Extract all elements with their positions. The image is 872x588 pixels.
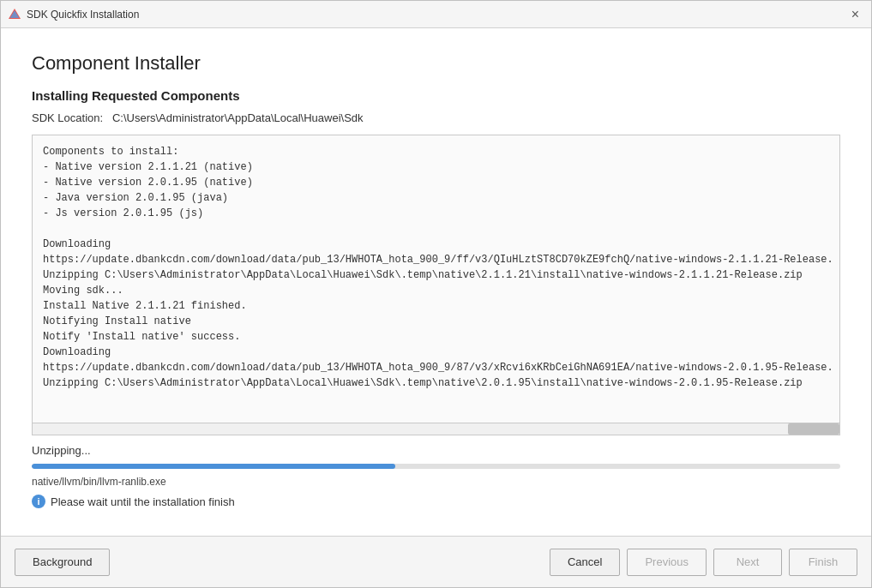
background-button[interactable]: Background — [15, 549, 110, 576]
current-file: native/llvm/bin/llvm-ranlib.exe — [32, 476, 840, 488]
status-unzipping: Unzipping... — [32, 442, 840, 459]
main-title: Component Installer — [32, 52, 840, 75]
sdk-location: SDK Location: C:\Users\Administrator\App… — [32, 111, 840, 124]
progress-bar-container — [32, 464, 840, 469]
previous-button[interactable]: Previous — [627, 549, 707, 576]
svg-marker-1 — [10, 10, 20, 18]
footer-right: Cancel Previous Next Finish — [550, 549, 857, 576]
info-line: i Please wait until the installation fin… — [32, 495, 840, 508]
horizontal-scrollbar[interactable] — [32, 423, 840, 435]
sdk-location-value: C:\Users\Administrator\AppData\Local\Hua… — [112, 111, 364, 124]
title-bar-left: SDK Quickfix Installation — [8, 8, 139, 21]
info-message: Please wait until the installation finis… — [51, 495, 235, 508]
info-icon: i — [32, 495, 45, 508]
main-content: Component Installer Installing Requested… — [1, 28, 871, 536]
finish-button[interactable]: Finish — [789, 549, 857, 576]
main-window: SDK Quickfix Installation × Component In… — [0, 0, 872, 588]
title-bar: SDK Quickfix Installation × — [1, 1, 871, 28]
log-output[interactable]: Components to install: - Native version … — [32, 135, 840, 423]
progress-bar-fill — [32, 464, 395, 469]
app-icon — [8, 8, 21, 21]
window-title: SDK Quickfix Installation — [27, 9, 139, 21]
footer-left: Background — [15, 549, 110, 576]
section-title: Installing Requested Components — [32, 88, 840, 103]
next-button[interactable]: Next — [713, 549, 782, 576]
cancel-button[interactable]: Cancel — [550, 549, 620, 576]
sdk-location-label: SDK Location: — [32, 111, 103, 124]
close-button[interactable]: × — [846, 6, 864, 23]
footer: Background Cancel Previous Next Finish — [1, 536, 871, 587]
scrollbar-thumb[interactable] — [788, 423, 839, 435]
